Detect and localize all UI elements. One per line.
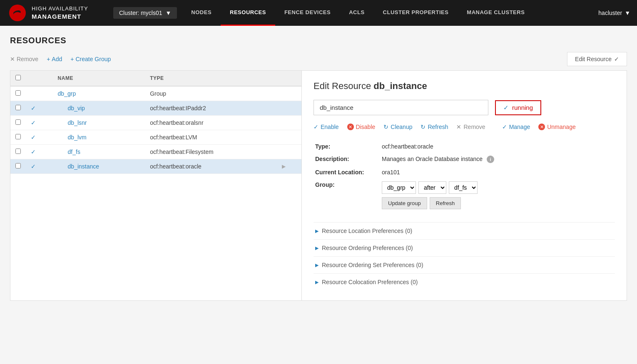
arrow-cell-db_instance: ▶	[277, 159, 301, 174]
group-refresh-button[interactable]: Refresh	[430, 197, 461, 209]
table-row: ✓db_vipocf:heartbeat:IPaddr2	[10, 101, 301, 116]
resource-table-body: db_grpGroup✓db_vipocf:heartbeat:IPaddr2✓…	[10, 86, 301, 174]
location-value: ora101	[380, 166, 615, 178]
nav-item-manage_clusters[interactable]: MANAGE CLUSTERS	[458, 0, 534, 26]
status-check-icon: ✓	[503, 104, 509, 111]
cleanup-icon: ↻	[383, 124, 388, 130]
type-cell-db_grp: Group	[145, 86, 277, 101]
table-row: ✓db_instanceocf:heartbeat:oracle▶	[10, 159, 301, 174]
top-nav: HIGH AVAILABILITY MANAGEMENT Cluster: my…	[0, 0, 637, 26]
nav-item-resources[interactable]: RESOURCES	[221, 0, 275, 26]
resource-name-input[interactable]	[314, 100, 488, 115]
info-icon[interactable]: i	[487, 156, 494, 163]
collapsible-arrow-icon: ▶	[315, 262, 318, 268]
remove-action-button[interactable]: ✕ Remove	[456, 124, 485, 130]
description-value: Manages an Oracle Database instance i	[380, 153, 615, 166]
header-actions	[277, 71, 301, 86]
update-group-button[interactable]: Update group	[382, 197, 427, 209]
svg-point-1	[13, 12, 22, 17]
cleanup-button[interactable]: ↻ Cleanup	[383, 124, 412, 130]
page-title: RESOURCES	[10, 36, 627, 45]
type-row: Type: ocf:heartbeat:oracle	[314, 140, 615, 153]
add-icon: +	[47, 56, 50, 62]
redhat-logo-icon	[8, 4, 27, 22]
table-row: ✓db_lsnrocf:heartbeat:oralsnr	[10, 116, 301, 130]
arrow-cell-db_lsnr	[277, 116, 301, 130]
disable-icon: ✕	[347, 124, 354, 130]
collapsible-ordering_prefs[interactable]: ▶Resource Ordering Preferences (0)	[314, 239, 615, 256]
row-checkbox-db_vip[interactable]	[15, 105, 21, 110]
row-checkbox-df_fs[interactable]	[15, 149, 21, 154]
description-label: Description:	[314, 153, 380, 166]
manage-button[interactable]: ✓ Manage	[502, 124, 530, 130]
status-cell: ✓	[26, 116, 53, 130]
location-row: Current Location: ora101	[314, 166, 615, 178]
group-controls-cell: db_grp after df_fs Update group Refresh	[380, 178, 615, 212]
remove-button[interactable]: ✕ Remove	[10, 56, 38, 62]
logo-top: HIGH AVAILABILITY	[32, 5, 88, 12]
nav-item-acls[interactable]: ACLS	[340, 0, 373, 26]
unmanage-button[interactable]: ✕ Unmanage	[538, 124, 576, 130]
type-label: Type:	[314, 140, 380, 153]
row-checkbox-db_lvm[interactable]	[15, 134, 21, 139]
content-area: NAME TYPE db_grpGroup✓db_vipocf:heartbea…	[10, 70, 627, 301]
row-checkbox-db_grp[interactable]	[15, 90, 21, 96]
location-label: Current Location:	[314, 166, 380, 178]
disable-button[interactable]: ✕ Disable	[347, 124, 376, 130]
collapsible-colocation_prefs[interactable]: ▶Resource Colocation Preferences (0)	[314, 273, 615, 290]
nav-item-cluster_properties[interactable]: CLUSTER PROPERTIES	[374, 0, 458, 26]
edit-resource-tab[interactable]: Edit Resource ✓	[567, 52, 627, 66]
nav-item-nodes[interactable]: NODES	[182, 0, 221, 26]
type-cell-df_fs: ocf:heartbeat:Filesystem	[145, 145, 277, 159]
status-cell: ✓	[26, 159, 53, 174]
refresh-button[interactable]: ↻ Refresh	[421, 124, 448, 130]
enable-icon: ✓	[314, 124, 318, 130]
collapsible-arrow-icon: ▶	[315, 280, 318, 285]
main-nav: NODESRESOURCESFENCE DEVICESACLSCLUSTER P…	[182, 0, 592, 26]
name-cell-db_lsnr[interactable]: db_lsnr	[53, 116, 145, 130]
cluster-selector[interactable]: Cluster: mycls01 ▼	[113, 7, 177, 19]
collapsible-location_prefs[interactable]: ▶Resource Location Preferences (0)	[314, 222, 615, 239]
create-group-button[interactable]: + Create Group	[70, 56, 111, 62]
type-cell-db_lsnr: ocf:heartbeat:oralsnr	[145, 116, 277, 130]
resource-table-panel: NAME TYPE db_grpGroup✓db_vipocf:heartbea…	[10, 71, 302, 300]
collapsible-label: Resource Colocation Preferences (0)	[322, 279, 418, 285]
position-select[interactable]: after	[418, 181, 446, 194]
select-all-checkbox[interactable]	[15, 75, 21, 80]
name-cell-db_grp[interactable]: db_grp	[53, 86, 145, 101]
status-cell: ✓	[26, 145, 53, 159]
manage-icon: ✓	[502, 124, 507, 130]
collapsible-ordering_set[interactable]: ▶Resource Ordering Set Preferences (0)	[314, 256, 615, 273]
header-status	[26, 71, 53, 86]
main-content: RESOURCES ✕ Remove + Add + Create Group …	[0, 26, 637, 301]
remove-icon: ✕	[10, 56, 15, 62]
nav-item-fence_devices[interactable]: FENCE DEVICES	[275, 0, 340, 26]
row-checkbox-db_lsnr[interactable]	[15, 119, 21, 125]
enable-button[interactable]: ✓ Enable	[314, 124, 339, 130]
status-cell: ✓	[26, 130, 53, 145]
group-select[interactable]: db_grp	[382, 181, 416, 194]
name-cell-df_fs[interactable]: df_fs	[53, 145, 145, 159]
create-icon: +	[70, 56, 74, 62]
type-cell-db_vip: ocf:heartbeat:IPaddr2	[145, 101, 277, 116]
remove-action-icon: ✕	[456, 124, 461, 130]
row-checkbox-db_instance[interactable]	[15, 163, 21, 168]
user-selector[interactable]: hacluster ▼	[592, 0, 637, 26]
logo-area: HIGH AVAILABILITY MANAGEMENT	[0, 0, 108, 26]
collapsible-label: Resource Location Preferences (0)	[322, 228, 412, 234]
name-cell-db_vip[interactable]: db_vip	[53, 101, 145, 116]
arrow-cell-db_vip	[277, 101, 301, 116]
unmanage-icon: ✕	[538, 124, 545, 130]
name-cell-db_instance[interactable]: db_instance	[53, 159, 145, 174]
arrow-cell-df_fs	[277, 145, 301, 159]
header-name: NAME	[53, 71, 145, 86]
status-label: running	[512, 104, 533, 111]
collapsible-label: Resource Ordering Preferences (0)	[322, 245, 413, 251]
name-cell-db_lvm[interactable]: db_lvm	[53, 130, 145, 145]
add-button[interactable]: + Add	[47, 56, 62, 62]
type-cell-db_instance: ocf:heartbeat:oracle	[145, 159, 277, 174]
table-row: ✓db_lvmocf:heartbeat:LVM	[10, 130, 301, 145]
logo-bottom: MANAGEMENT	[32, 12, 88, 21]
type-cell-db_lvm: ocf:heartbeat:LVM	[145, 130, 277, 145]
resource-select[interactable]: df_fs	[449, 181, 478, 194]
